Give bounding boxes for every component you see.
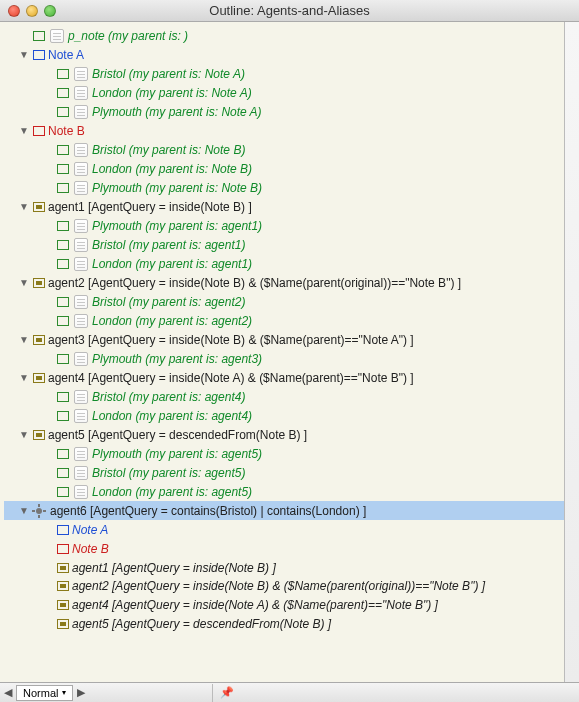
row-label: Bristol (my parent is: Note A) (92, 67, 245, 81)
item-badge (57, 392, 69, 402)
row-label: agent5 [AgentQuery = descendedFrom(Note … (72, 617, 331, 631)
outline-row[interactable]: ▼agent3 [AgentQuery = inside(Note B) & (… (4, 330, 569, 349)
outline-row[interactable]: Plymouth (my parent is: agent5) (4, 444, 569, 463)
splitter-handle[interactable] (212, 684, 213, 702)
outline-row[interactable]: London (my parent is: agent1) (4, 254, 569, 273)
row-label: agent1 [AgentQuery = inside(Note B) ] (48, 200, 252, 214)
note-icon (74, 219, 88, 233)
note-icon (74, 257, 88, 271)
disclosure-triangle[interactable]: ▼ (18, 49, 30, 60)
item-badge (57, 88, 69, 98)
close-icon[interactable] (8, 5, 20, 17)
item-badge (57, 145, 69, 155)
item-badge (57, 544, 69, 554)
note-icon (74, 67, 88, 81)
item-badge (57, 354, 69, 364)
item-badge (57, 449, 69, 459)
row-label: London (my parent is: agent4) (92, 409, 252, 423)
disclosure-triangle[interactable]: ▼ (18, 125, 30, 136)
outline-row[interactable]: Plymouth (my parent is: agent3) (4, 349, 569, 368)
svg-rect-4 (43, 510, 46, 512)
outline-row[interactable]: agent1 [AgentQuery = inside(Note B) ] (4, 558, 569, 577)
row-label: Bristol (my parent is: agent4) (92, 390, 245, 404)
view-mode-selector[interactable]: Normal ▾ (16, 685, 73, 701)
item-badge (57, 563, 69, 573)
item-badge (57, 183, 69, 193)
note-icon (74, 447, 88, 461)
disclosure-triangle[interactable]: ▼ (18, 334, 30, 345)
row-label: London (my parent is: agent5) (92, 485, 252, 499)
disclosure-triangle[interactable]: ▼ (18, 505, 30, 516)
outline-row[interactable]: ▼agent5 [AgentQuery = descendedFrom(Note… (4, 425, 569, 444)
outline-row[interactable]: London (my parent is: agent4) (4, 406, 569, 425)
row-label: agent1 [AgentQuery = inside(Note B) ] (72, 561, 276, 575)
outline-row[interactable]: London (my parent is: Note A) (4, 83, 569, 102)
disclosure-triangle[interactable]: ▼ (18, 277, 30, 288)
window-title: Outline: Agents-and-Aliases (0, 3, 579, 18)
row-label: Note A (72, 523, 108, 537)
outline-row[interactable]: agent2 [AgentQuery = inside(Note B) & ($… (4, 577, 569, 595)
row-label: agent5 [AgentQuery = descendedFrom(Note … (48, 428, 307, 442)
note-icon (74, 390, 88, 404)
outline-row[interactable]: Plymouth (my parent is: agent1) (4, 216, 569, 235)
outline-row[interactable]: London (my parent is: Note B) (4, 159, 569, 178)
minimize-icon[interactable] (26, 5, 38, 17)
item-badge (57, 259, 69, 269)
item-badge (57, 316, 69, 326)
nav-prev-icon[interactable]: ◀ (0, 686, 16, 699)
row-label: Plymouth (my parent is: agent5) (92, 447, 262, 461)
item-badge (33, 126, 45, 136)
zoom-icon[interactable] (44, 5, 56, 17)
row-label: Bristol (my parent is: agent1) (92, 238, 245, 252)
row-label: p_note (my parent is: ) (68, 29, 188, 43)
outline-row[interactable]: Plymouth (my parent is: Note B) (4, 178, 569, 197)
outline-row[interactable]: agent5 [AgentQuery = descendedFrom(Note … (4, 614, 569, 633)
note-icon (74, 295, 88, 309)
note-icon (74, 105, 88, 119)
outline-row[interactable]: London (my parent is: agent5) (4, 482, 569, 501)
outline-row[interactable]: Bristol (my parent is: agent2) (4, 292, 569, 311)
vertical-scrollbar[interactable] (564, 22, 579, 682)
outline-row[interactable]: ▼agent1 [AgentQuery = inside(Note B) ] (4, 197, 569, 216)
outline-row[interactable]: ▼Note B (4, 121, 569, 140)
titlebar: Outline: Agents-and-Aliases (0, 0, 579, 22)
note-icon (74, 314, 88, 328)
disclosure-triangle[interactable]: ▼ (18, 372, 30, 383)
row-label: Plymouth (my parent is: agent1) (92, 219, 262, 233)
outline-row[interactable]: London (my parent is: agent2) (4, 311, 569, 330)
outline-row[interactable]: p_note (my parent is: ) (4, 26, 569, 45)
item-badge (33, 278, 45, 288)
outline-row[interactable]: Bristol (my parent is: Note A) (4, 64, 569, 83)
note-icon (74, 466, 88, 480)
row-label: London (my parent is: agent2) (92, 314, 252, 328)
outline-row[interactable]: agent4 [AgentQuery = inside(Note A) & ($… (4, 595, 569, 614)
outline-row[interactable]: ▼agent6 [AgentQuery = contains(Bristol) … (4, 501, 569, 520)
item-badge (57, 600, 69, 610)
disclosure-triangle[interactable]: ▼ (18, 201, 30, 212)
outline-row[interactable]: Bristol (my parent is: agent1) (4, 235, 569, 254)
outline-row[interactable]: ▼agent4 [AgentQuery = inside(Note A) & (… (4, 368, 569, 387)
outline-row[interactable]: Bristol (my parent is: agent4) (4, 387, 569, 406)
disclosure-triangle[interactable]: ▼ (18, 429, 30, 440)
outline-row[interactable]: Plymouth (my parent is: Note A) (4, 102, 569, 121)
item-badge (57, 581, 69, 591)
outline-row[interactable]: Note A (4, 520, 569, 539)
svg-rect-1 (38, 504, 40, 507)
row-label: Bristol (my parent is: Note B) (92, 143, 245, 157)
note-icon (74, 409, 88, 423)
note-icon (50, 29, 64, 43)
outline-row[interactable]: Bristol (my parent is: Note B) (4, 140, 569, 159)
outline-view[interactable]: p_note (my parent is: )▼Note ABristol (m… (0, 22, 579, 682)
nav-next-icon[interactable]: ▶ (73, 686, 89, 699)
item-badge (57, 619, 69, 629)
row-label: agent4 [AgentQuery = inside(Note A) & ($… (48, 371, 414, 385)
outline-row[interactable]: ▼Note A (4, 45, 569, 64)
status-bar: ◀ Normal ▾ ▶ 📌 (0, 682, 579, 702)
svg-point-0 (36, 508, 42, 514)
outline-row[interactable]: ▼agent2 [AgentQuery = inside(Note B) & (… (4, 273, 569, 292)
outline-row[interactable]: Bristol (my parent is: agent5) (4, 463, 569, 482)
item-badge (57, 240, 69, 250)
window-controls (8, 5, 56, 17)
pushpin-icon[interactable]: 📌 (220, 686, 234, 699)
outline-row[interactable]: Note B (4, 539, 569, 558)
